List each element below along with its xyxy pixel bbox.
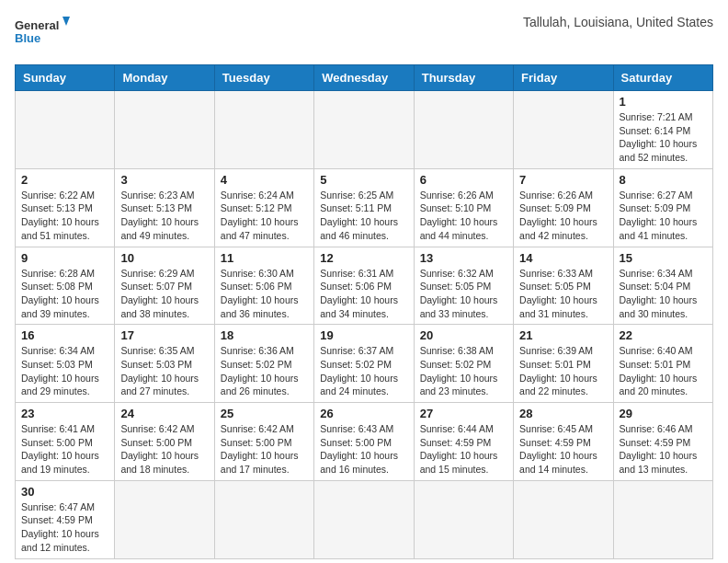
page-header: General Blue Tallulah, Louisiana, United… bbox=[15, 15, 713, 55]
calendar-day bbox=[414, 480, 513, 558]
calendar-day: 27Sunrise: 6:44 AM Sunset: 4:59 PM Dayli… bbox=[414, 403, 513, 481]
day-info: Sunrise: 6:26 AM Sunset: 5:10 PM Dayligh… bbox=[420, 189, 507, 243]
calendar-day: 13Sunrise: 6:32 AM Sunset: 5:05 PM Dayli… bbox=[414, 247, 513, 325]
weekday-header-tuesday: Tuesday bbox=[214, 65, 313, 91]
calendar-day: 17Sunrise: 6:35 AM Sunset: 5:03 PM Dayli… bbox=[115, 325, 214, 403]
calendar-week-5: 30Sunrise: 6:47 AM Sunset: 4:59 PM Dayli… bbox=[16, 480, 713, 558]
svg-text:Blue: Blue bbox=[15, 31, 40, 45]
calendar-day: 18Sunrise: 6:36 AM Sunset: 5:02 PM Dayli… bbox=[214, 325, 313, 403]
day-number: 14 bbox=[519, 251, 607, 265]
calendar-day: 4Sunrise: 6:24 AM Sunset: 5:12 PM Daylig… bbox=[214, 168, 313, 247]
calendar-day: 8Sunrise: 6:27 AM Sunset: 5:09 PM Daylig… bbox=[613, 168, 712, 247]
day-info: Sunrise: 7:21 AM Sunset: 6:14 PM Dayligh… bbox=[620, 110, 707, 165]
title-section: Tallulah, Louisiana, United States bbox=[523, 15, 713, 29]
calendar-day: 10Sunrise: 6:29 AM Sunset: 5:07 PM Dayli… bbox=[115, 247, 214, 325]
calendar-day bbox=[314, 480, 414, 558]
weekday-header-thursday: Thursday bbox=[414, 65, 513, 91]
day-info: Sunrise: 6:31 AM Sunset: 5:06 PM Dayligh… bbox=[320, 267, 407, 321]
day-info: Sunrise: 6:30 AM Sunset: 5:06 PM Dayligh… bbox=[221, 267, 308, 321]
calendar-week-2: 9Sunrise: 6:28 AM Sunset: 5:08 PM Daylig… bbox=[16, 247, 713, 325]
day-number: 28 bbox=[519, 407, 607, 420]
day-number: 27 bbox=[420, 407, 507, 420]
day-number: 6 bbox=[420, 173, 507, 187]
day-info: Sunrise: 6:39 AM Sunset: 5:01 PM Dayligh… bbox=[519, 344, 607, 398]
day-info: Sunrise: 6:27 AM Sunset: 5:09 PM Dayligh… bbox=[620, 189, 707, 243]
calendar-day bbox=[314, 91, 414, 169]
day-number: 16 bbox=[21, 328, 108, 342]
day-number: 29 bbox=[620, 407, 707, 420]
weekday-header-saturday: Saturday bbox=[613, 65, 712, 91]
calendar-week-3: 16Sunrise: 6:34 AM Sunset: 5:03 PM Dayli… bbox=[16, 325, 713, 403]
calendar-day: 21Sunrise: 6:39 AM Sunset: 5:01 PM Dayli… bbox=[514, 325, 613, 403]
calendar-day: 20Sunrise: 6:38 AM Sunset: 5:02 PM Dayli… bbox=[414, 325, 513, 403]
calendar-day bbox=[414, 91, 513, 169]
day-number: 19 bbox=[320, 328, 407, 342]
day-info: Sunrise: 6:40 AM Sunset: 5:01 PM Dayligh… bbox=[620, 344, 707, 398]
calendar-week-4: 23Sunrise: 6:41 AM Sunset: 5:00 PM Dayli… bbox=[16, 403, 713, 481]
day-info: Sunrise: 6:45 AM Sunset: 4:59 PM Dayligh… bbox=[519, 422, 607, 477]
calendar-day: 16Sunrise: 6:34 AM Sunset: 5:03 PM Dayli… bbox=[16, 325, 115, 403]
day-info: Sunrise: 6:22 AM Sunset: 5:13 PM Dayligh… bbox=[21, 189, 108, 243]
calendar-day: 30Sunrise: 6:47 AM Sunset: 4:59 PM Dayli… bbox=[16, 480, 115, 558]
calendar-table: SundayMondayTuesdayWednesdayThursdayFrid… bbox=[15, 64, 713, 559]
calendar-day: 7Sunrise: 6:26 AM Sunset: 5:09 PM Daylig… bbox=[514, 168, 613, 247]
calendar-day: 15Sunrise: 6:34 AM Sunset: 5:04 PM Dayli… bbox=[613, 247, 712, 325]
svg-text:General: General bbox=[15, 18, 59, 32]
day-number: 21 bbox=[519, 328, 607, 342]
day-number: 9 bbox=[21, 251, 108, 265]
day-number: 5 bbox=[320, 173, 407, 187]
calendar-day: 12Sunrise: 6:31 AM Sunset: 5:06 PM Dayli… bbox=[314, 247, 414, 325]
calendar-day: 9Sunrise: 6:28 AM Sunset: 5:08 PM Daylig… bbox=[16, 247, 115, 325]
day-number: 8 bbox=[620, 173, 707, 187]
calendar-day: 25Sunrise: 6:42 AM Sunset: 5:00 PM Dayli… bbox=[214, 403, 313, 481]
day-info: Sunrise: 6:26 AM Sunset: 5:09 PM Dayligh… bbox=[519, 189, 607, 243]
day-number: 13 bbox=[420, 251, 507, 265]
calendar-day: 11Sunrise: 6:30 AM Sunset: 5:06 PM Dayli… bbox=[214, 247, 313, 325]
calendar-day: 3Sunrise: 6:23 AM Sunset: 5:13 PM Daylig… bbox=[115, 168, 214, 247]
day-info: Sunrise: 6:32 AM Sunset: 5:05 PM Dayligh… bbox=[420, 267, 507, 321]
calendar-header: SundayMondayTuesdayWednesdayThursdayFrid… bbox=[16, 65, 713, 91]
calendar-week-0: 1Sunrise: 7:21 AM Sunset: 6:14 PM Daylig… bbox=[16, 91, 713, 169]
day-info: Sunrise: 6:33 AM Sunset: 5:05 PM Dayligh… bbox=[519, 267, 607, 321]
day-info: Sunrise: 6:29 AM Sunset: 5:07 PM Dayligh… bbox=[120, 267, 208, 321]
calendar-day bbox=[115, 91, 214, 169]
day-number: 30 bbox=[21, 485, 108, 499]
day-number: 15 bbox=[620, 251, 707, 265]
calendar-day: 28Sunrise: 6:45 AM Sunset: 4:59 PM Dayli… bbox=[514, 403, 613, 481]
calendar-body: 1Sunrise: 7:21 AM Sunset: 6:14 PM Daylig… bbox=[16, 91, 713, 559]
day-number: 23 bbox=[21, 407, 108, 420]
weekday-header-monday: Monday bbox=[115, 65, 214, 91]
day-number: 20 bbox=[420, 328, 507, 342]
weekday-header-friday: Friday bbox=[514, 65, 613, 91]
day-info: Sunrise: 6:23 AM Sunset: 5:13 PM Dayligh… bbox=[120, 189, 208, 243]
day-info: Sunrise: 6:41 AM Sunset: 5:00 PM Dayligh… bbox=[21, 422, 108, 477]
calendar-day bbox=[214, 91, 313, 169]
weekday-header-sunday: Sunday bbox=[16, 65, 115, 91]
calendar-day: 29Sunrise: 6:46 AM Sunset: 4:59 PM Dayli… bbox=[613, 403, 712, 481]
day-number: 26 bbox=[320, 407, 407, 420]
day-number: 25 bbox=[221, 407, 308, 420]
calendar-day: 1Sunrise: 7:21 AM Sunset: 6:14 PM Daylig… bbox=[613, 91, 712, 169]
day-number: 4 bbox=[221, 173, 308, 187]
day-number: 11 bbox=[221, 251, 308, 265]
calendar-day: 5Sunrise: 6:25 AM Sunset: 5:11 PM Daylig… bbox=[314, 168, 414, 247]
day-number: 3 bbox=[120, 173, 208, 187]
day-info: Sunrise: 6:42 AM Sunset: 5:00 PM Dayligh… bbox=[120, 422, 208, 477]
calendar-day: 6Sunrise: 6:26 AM Sunset: 5:10 PM Daylig… bbox=[414, 168, 513, 247]
calendar-day: 22Sunrise: 6:40 AM Sunset: 5:01 PM Dayli… bbox=[613, 325, 712, 403]
day-info: Sunrise: 6:37 AM Sunset: 5:02 PM Dayligh… bbox=[320, 344, 407, 398]
weekday-header-wednesday: Wednesday bbox=[314, 65, 414, 91]
day-info: Sunrise: 6:46 AM Sunset: 4:59 PM Dayligh… bbox=[620, 422, 707, 477]
calendar-week-1: 2Sunrise: 6:22 AM Sunset: 5:13 PM Daylig… bbox=[16, 168, 713, 247]
calendar-day: 26Sunrise: 6:43 AM Sunset: 5:00 PM Dayli… bbox=[314, 403, 414, 481]
day-info: Sunrise: 6:43 AM Sunset: 5:00 PM Dayligh… bbox=[320, 422, 407, 477]
day-number: 1 bbox=[620, 95, 707, 109]
day-number: 18 bbox=[221, 328, 308, 342]
day-info: Sunrise: 6:34 AM Sunset: 5:03 PM Dayligh… bbox=[21, 344, 108, 398]
logo: General Blue bbox=[15, 15, 70, 55]
calendar-subtitle: Tallulah, Louisiana, United States bbox=[523, 15, 713, 29]
calendar-day bbox=[214, 480, 313, 558]
day-info: Sunrise: 6:34 AM Sunset: 5:04 PM Dayligh… bbox=[620, 267, 707, 321]
day-number: 7 bbox=[519, 173, 607, 187]
day-number: 17 bbox=[120, 328, 208, 342]
